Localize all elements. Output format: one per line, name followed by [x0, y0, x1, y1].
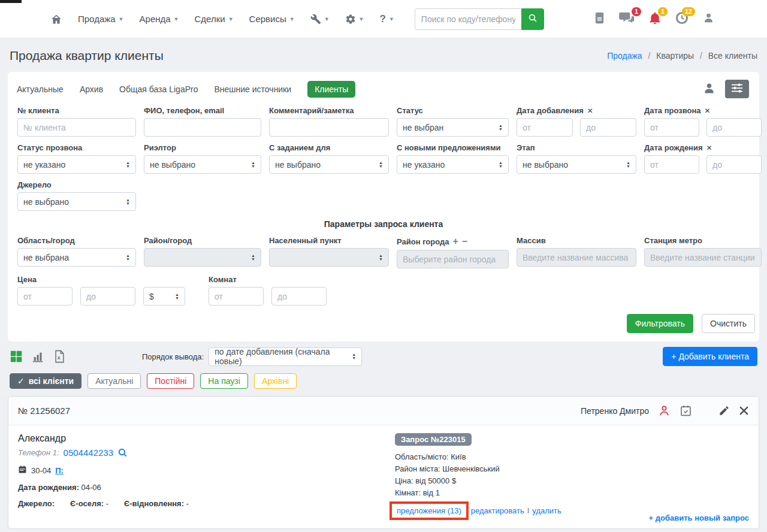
- tab-external-sources[interactable]: Внешние источники: [214, 84, 291, 94]
- field-label: ФИО, телефон, email: [144, 106, 261, 115]
- settlement-select: ▲▼: [269, 248, 389, 267]
- date-added-from-input[interactable]: [517, 118, 573, 137]
- comment-input[interactable]: [269, 118, 389, 137]
- with-task-select[interactable]: не выбрано▲▼: [269, 155, 389, 174]
- messages-badge: 1: [632, 7, 641, 16]
- rooms-to-input[interactable]: [271, 287, 327, 306]
- sort-select[interactable]: по дате добавления (сначала новые)▲▼: [209, 347, 362, 366]
- fio-input[interactable]: [144, 118, 261, 137]
- price-to-input[interactable]: [80, 287, 135, 306]
- home-icon[interactable]: [50, 13, 62, 25]
- pill-all-clients[interactable]: ✓всі клієнти: [10, 373, 81, 389]
- select-arrows-icon: ▲▼: [251, 254, 255, 261]
- field-label: № клиента: [17, 106, 136, 115]
- client-no-input[interactable]: [17, 118, 136, 137]
- phone-number-link[interactable]: 0504442233: [64, 448, 113, 458]
- add-client-button[interactable]: + Добавить клиента: [663, 347, 757, 366]
- select-arrows-icon: ▲▼: [379, 161, 383, 168]
- field-metro: Станция метро: [644, 236, 762, 268]
- delete-request-link[interactable]: удалить: [532, 506, 561, 515]
- grid-view-icon[interactable]: [10, 350, 23, 363]
- currency-select[interactable]: $▲▼: [143, 287, 185, 306]
- journal-icon: [594, 16, 605, 26]
- offers-link[interactable]: предложения (13): [397, 506, 461, 515]
- page-head: Продажа квартир клиенты Продажа / Кварти…: [0, 38, 767, 72]
- search-icon: [528, 13, 537, 25]
- chevron-down-icon: ▼: [389, 16, 394, 22]
- new-offers-select[interactable]: не указано▲▼: [397, 155, 509, 174]
- messages-button[interactable]: 1: [619, 11, 635, 26]
- tab-clients[interactable]: Клиенты: [307, 81, 355, 98]
- field-label: Массив: [517, 236, 636, 245]
- sliders-icon: [730, 83, 744, 95]
- price-from-input[interactable]: [17, 287, 73, 306]
- birth-from-input[interactable]: [644, 155, 699, 174]
- nav-tools-dropdown[interactable]: ▼: [310, 14, 330, 25]
- clear-field-icon[interactable]: ✕: [706, 144, 712, 152]
- nav-help-dropdown[interactable]: ? ▼: [380, 13, 394, 25]
- source-select[interactable]: не выбрано▲▼: [17, 192, 136, 211]
- call-plan-link[interactable]: П:: [55, 466, 64, 475]
- tab-archive[interactable]: Архив: [80, 84, 103, 94]
- filter-settings-button[interactable]: [725, 80, 749, 98]
- phone-search-icon[interactable]: [117, 448, 128, 458]
- status-select[interactable]: не выбран▲▼: [397, 118, 509, 137]
- view-switcher: x: [10, 350, 65, 363]
- birth-to-input[interactable]: [706, 155, 762, 174]
- pill-actual[interactable]: Актуальні: [87, 373, 141, 389]
- date-call-to-input[interactable]: [706, 118, 762, 137]
- nav-menu-deals[interactable]: Сделки▼: [195, 14, 234, 24]
- profile-button[interactable]: [703, 12, 714, 26]
- excel-export-icon[interactable]: x: [54, 350, 65, 363]
- notifications-button[interactable]: 1: [649, 11, 661, 26]
- date-call-from-input[interactable]: [644, 118, 699, 137]
- add-request-link[interactable]: + добавить новый запрос: [649, 513, 749, 522]
- add-district-icon[interactable]: +: [453, 236, 458, 246]
- field-price-from: Цена: [17, 275, 73, 306]
- field-label: Риэлтор: [144, 143, 261, 152]
- request-line: Район міста: Шевченківський: [395, 463, 749, 475]
- assigned-agent-icon[interactable]: [658, 404, 671, 417]
- date-added-to-input[interactable]: [580, 118, 636, 137]
- search-input[interactable]: [415, 8, 521, 30]
- realtor-select[interactable]: не выбрано▲▼: [144, 155, 261, 174]
- rooms-from-input[interactable]: [209, 287, 264, 306]
- select-arrows-icon: ▲▼: [126, 198, 130, 205]
- field-client-no: № клиента: [17, 106, 136, 137]
- filter-grid: № клиента ФИО, телефон, email Комментари…: [10, 105, 757, 211]
- search-button[interactable]: [521, 8, 544, 30]
- clear-field-icon[interactable]: ✕: [705, 107, 711, 115]
- nav-menu-rent[interactable]: Аренда▼: [140, 14, 179, 24]
- breadcrumb-sale[interactable]: Продажа: [607, 51, 642, 61]
- select-arrows-icon: ▲▼: [175, 293, 179, 300]
- journal-button[interactable]: [594, 12, 605, 26]
- client-info-column: Александр Телефон 1: 0504442233 30-04 П:…: [18, 433, 395, 518]
- clear-field-icon[interactable]: ✕: [587, 107, 593, 115]
- tab-ligapro-base[interactable]: Общая база LigaPro: [119, 84, 198, 94]
- field-region: Область/город не выбрана▲▼: [17, 236, 136, 268]
- stage-select[interactable]: не выбрано▲▼: [517, 155, 636, 174]
- pill-paused[interactable]: На паузі: [200, 373, 248, 389]
- remove-district-icon[interactable]: −: [462, 236, 467, 246]
- pill-archived[interactable]: Архівні: [254, 373, 297, 389]
- nav-menu-services[interactable]: Сервисы▼: [249, 14, 295, 24]
- clear-button[interactable]: Очистить: [702, 314, 755, 333]
- chart-view-icon[interactable]: [32, 350, 45, 363]
- nav-menu-sale[interactable]: Продажа▼: [78, 14, 124, 24]
- nav-settings-dropdown[interactable]: ▼: [345, 14, 364, 25]
- field-label: [80, 275, 135, 284]
- call-status-select[interactable]: не указано▲▼: [17, 155, 136, 174]
- field-label: Район/город: [144, 236, 261, 245]
- calendar-check-icon[interactable]: [680, 404, 692, 417]
- region-select[interactable]: не выбрана▲▼: [17, 248, 136, 267]
- pill-permanent[interactable]: Постійні: [147, 373, 194, 389]
- history-button[interactable]: 12: [675, 11, 689, 26]
- filter-button[interactable]: Фильтровать: [627, 314, 693, 333]
- tab-actual[interactable]: Актуальные: [17, 84, 64, 94]
- chevron-down-icon: ▼: [324, 16, 330, 22]
- field-source: Джерело не выбрано▲▼: [17, 180, 136, 211]
- edit-client-icon[interactable]: [718, 405, 730, 416]
- close-client-icon[interactable]: [739, 406, 749, 416]
- user-view-button[interactable]: [703, 82, 715, 96]
- edit-request-link[interactable]: редактировать: [471, 506, 524, 515]
